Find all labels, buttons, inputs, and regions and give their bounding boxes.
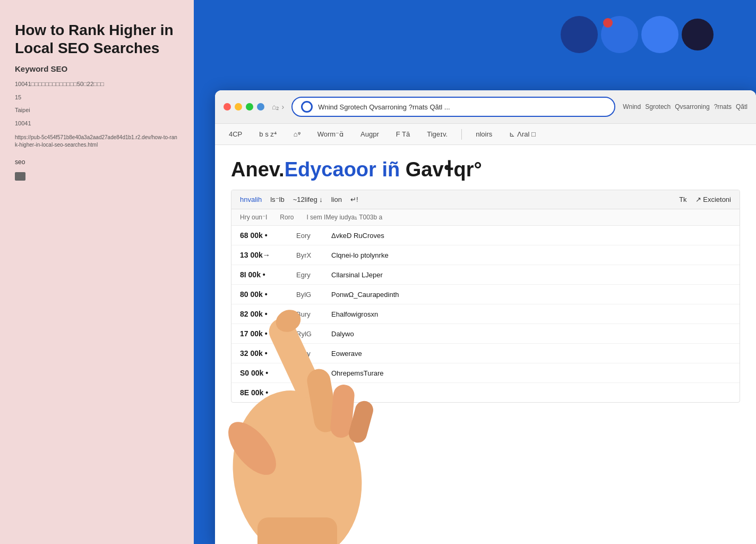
row-volume-7: 32 00k •	[240, 349, 288, 358]
keyword-seo-label: Keyword SEO	[15, 64, 179, 73]
heading-part3: iñ	[382, 158, 400, 181]
circle-4	[682, 19, 714, 50]
sidebar: How to Rank Higher in Local SEO Searches…	[0, 0, 194, 544]
toolbar-item-3[interactable]: ⌂ᵠ	[290, 128, 304, 140]
seo-tag: seo	[15, 158, 179, 166]
data-table: hnvalih ls⁻lb ~12lifeg ↓ lion ↵! Tk ↗ Ex…	[231, 190, 740, 403]
tl-yellow[interactable]	[235, 103, 242, 110]
row-diff-5: Bury	[296, 310, 323, 318]
row-volume-8: S0 00k •	[240, 369, 288, 377]
toolbar-tigeiv[interactable]: Tigeɪv.	[424, 128, 451, 140]
red-dot	[603, 18, 613, 28]
row-volume-6: 17 00k •	[240, 329, 288, 338]
tl-green[interactable]	[246, 103, 253, 110]
row-keyword-1: ΔvkeD RuCroves	[331, 232, 731, 240]
th-lion[interactable]: lion	[331, 196, 342, 203]
circle-3	[641, 16, 678, 53]
heading-part4: Gavɬqr°	[406, 158, 482, 181]
browser-action-2[interactable]: Sgrotech	[645, 103, 671, 110]
sidebar-icon	[15, 172, 25, 181]
nav-arrows[interactable]: ⌂₂ ›	[272, 103, 284, 111]
heading-part1: Anev.	[231, 158, 285, 181]
table-row: 8I 00k • Egry Cllarsinal LJeper	[231, 265, 740, 285]
row-volume-1: 68 00k •	[240, 231, 288, 240]
row-keyword-8: OhrepemsTurare	[331, 369, 731, 377]
toolbar-aral[interactable]: ⊾ Ʌral □	[506, 128, 539, 140]
toolbar-ta[interactable]: F Tā	[393, 128, 414, 140]
browser-action-4[interactable]: ?rnats	[714, 103, 732, 110]
sh-hry-oun: Hry oun⁻I	[240, 214, 267, 221]
row-diff-2: ByrX	[296, 251, 323, 259]
toolbar-augpr[interactable]: Augpr	[357, 128, 382, 140]
nav-back-icon[interactable]: ⌂₂	[272, 103, 279, 111]
tl-red[interactable]	[224, 103, 231, 110]
table-header: hnvalih ls⁻lb ~12lifeg ↓ lion ↵! Tk ↗ Ex…	[231, 190, 740, 209]
th-ls-lb[interactable]: ls⁻lb	[270, 196, 285, 203]
tl-blue[interactable]	[257, 103, 264, 110]
table-row: 68 00k • Eory ΔvkeD RuCroves	[231, 226, 740, 245]
meta-line1: 10041□□□□□□□□□□□□□50□22□□□	[15, 80, 179, 89]
address-text[interactable]: Wnind Sgrotech Qvsarroning ?rnats Qãtl .…	[318, 103, 606, 111]
row-keyword-4: PonwΩ_Caurapedinth	[331, 291, 731, 299]
row-diff-6: RylG	[296, 330, 323, 338]
browser-action-3[interactable]: Qvsarroning	[675, 103, 709, 110]
browser-window: ⌂₂ › Wnind Sgrotech Qvsarroning ?rnats Q…	[215, 90, 756, 544]
browser-actions: Wnind Sgrotech Qvsarroning ?rnats Qãtl	[623, 103, 748, 110]
heading-part2: Edycaoor	[285, 158, 376, 181]
main-area: ⌂₂ › Wnind Sgrotech Qvsarroning ?rnats Q…	[194, 0, 756, 544]
table-row: 8E 00k •	[231, 383, 740, 402]
sh-i-sem: I sem IMey iudya₁ T003b a	[306, 214, 382, 221]
circle-1	[561, 16, 598, 53]
browser-content: Anev.Edycaoor iñ Gavɬqr° hnvalih ls⁻lb ~…	[215, 145, 756, 544]
page-heading: Anev.Edycaoor iñ Gavɬqr°	[231, 158, 740, 181]
table-row: 32 00k • Bory Eowerave	[231, 344, 740, 363]
row-keyword-6: Dalywo	[331, 330, 731, 338]
meta-city: Taipei	[15, 106, 179, 115]
row-volume-2: 13 00k→	[240, 251, 288, 259]
table-subheader: Hry oun⁻I Roro I sem IMey iudya₁ T003b a	[231, 209, 740, 226]
browser-action-5[interactable]: Qãtl	[736, 103, 748, 110]
page-title: How to Rank Higher in Local SEO Searches	[15, 21, 179, 57]
address-bar[interactable]: Wnind Sgrotech Qvsarroning ?rnats Qãtl .…	[291, 97, 615, 117]
row-keyword-2: Clqnei-lo ptolynrke	[331, 251, 731, 259]
row-volume-3: 8I 00k •	[240, 270, 288, 279]
th-excietoni[interactable]: ↗ Excietoni	[695, 196, 731, 203]
table-row: 17 00k • RylG Dalywo	[231, 324, 740, 344]
meta-line2: 15	[15, 93, 179, 102]
table-row: 82 00k • Bury Ehalfowigrosxn	[231, 304, 740, 324]
th-tk[interactable]: Tk	[679, 196, 686, 203]
page-url: https://pub-5c454f571b8e40a3a2aad27ade84…	[15, 134, 179, 149]
row-diff-4: BylG	[296, 291, 323, 299]
row-diff-3: Egry	[296, 271, 323, 279]
table-row: S0 00k • Nillv OhrepemsTurare	[231, 363, 740, 383]
table-row: 80 00k • BylG PonwΩ_Caurapedinth	[231, 285, 740, 304]
decorative-circles	[561, 16, 714, 53]
table-row: 13 00k→ ByrX Clqnei-lo ptolynrke	[231, 245, 740, 265]
toolbar-separator	[461, 129, 462, 140]
th-12lifeg[interactable]: ~12lifeg ↓	[293, 196, 323, 203]
toolbar-nloirs[interactable]: nloirs	[472, 128, 495, 140]
browser-chrome: ⌂₂ › Wnind Sgrotech Qvsarroning ?rnats Q…	[215, 90, 756, 124]
toolbar-worn-ji[interactable]: Worm⁻ɑ̈	[314, 128, 347, 140]
sh-roro: Roro	[280, 214, 294, 221]
row-volume-5: 82 00k •	[240, 310, 288, 318]
row-diff-1: Eory	[296, 232, 323, 240]
toolbar-item-1[interactable]: 4CP	[226, 128, 245, 140]
row-volume-4: 80 00k •	[240, 290, 288, 299]
th-enter[interactable]: ↵!	[350, 196, 358, 203]
browser-logo-icon	[301, 101, 313, 113]
browser-toolbar: 4CP b s z⁴ ⌂ᵠ Worm⁻ɑ̈ Augpr F Tā Tigeɪv.…	[215, 124, 756, 145]
th-hnvalih[interactable]: hnvalih	[240, 196, 262, 203]
row-diff-8: Nillv	[296, 369, 323, 377]
nav-forward-icon[interactable]: ›	[281, 103, 284, 111]
row-volume-9: 8E 00k •	[240, 388, 288, 397]
toolbar-item-2[interactable]: b s z⁴	[256, 128, 279, 140]
row-keyword-5: Ehalfowigrosxn	[331, 310, 731, 318]
browser-action-1[interactable]: Wnind	[623, 103, 641, 110]
traffic-lights	[224, 103, 264, 110]
row-keyword-3: Cllarsinal LJeper	[331, 271, 731, 279]
meta-code: 10041	[15, 119, 179, 128]
row-diff-7: Bory	[296, 350, 323, 358]
row-keyword-7: Eowerave	[331, 350, 731, 358]
